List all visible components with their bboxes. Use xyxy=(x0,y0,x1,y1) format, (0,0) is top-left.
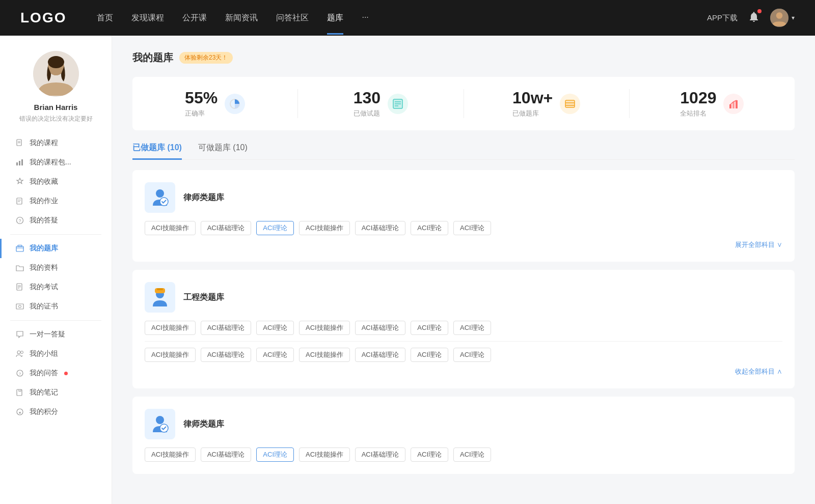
sidebar-item-favorites[interactable]: 我的收藏 xyxy=(0,172,112,191)
lawyer-icon-wrap xyxy=(145,182,175,213)
svg-rect-9 xyxy=(16,162,18,165)
nav-news[interactable]: 新闻资讯 xyxy=(225,13,258,23)
bank-card-lawyer-2: 律师类题库 ACI技能操作 ACI基础理论 ACI理论 ACI技能操作 ACI基… xyxy=(132,397,795,474)
main-content: 我的题库 体验剩余23天！ 55% 正确率 xyxy=(112,36,815,504)
sidebar-item-points[interactable]: ★ 我的积分 xyxy=(0,402,112,422)
bank-tag[interactable]: ACI技能操作 xyxy=(299,321,350,335)
nav-opencourse[interactable]: 公开课 xyxy=(182,13,207,23)
svg-point-46 xyxy=(156,189,164,198)
nav-more[interactable]: ··· xyxy=(362,13,368,23)
bank-tag[interactable]: ACI基础理论 xyxy=(355,321,406,335)
svg-rect-45 xyxy=(736,100,738,108)
bank-tag[interactable]: ACI理论 xyxy=(453,321,491,335)
bank-tag[interactable]: ACI基础理论 xyxy=(201,447,252,462)
sidebar-item-homework[interactable]: 我的作业 xyxy=(0,191,112,211)
bank-tag[interactable]: ACI理论 xyxy=(411,321,448,335)
bank-tag-active[interactable]: ACI理论 xyxy=(256,221,294,235)
bank-tag[interactable]: ACI基础理论 xyxy=(201,221,252,235)
bank-tag[interactable]: ACI技能操作 xyxy=(299,221,350,235)
bank-tag[interactable]: ACI理论 xyxy=(411,348,448,362)
bank-tag-active[interactable]: ACI理论 xyxy=(256,447,294,462)
done-banks-label: 已做题库 xyxy=(512,109,553,118)
bank-card-divider xyxy=(145,341,782,342)
bank-tag[interactable]: ACI理论 xyxy=(411,447,448,462)
bank-tag[interactable]: ACI技能操作 xyxy=(145,221,196,235)
note-icon xyxy=(15,388,24,397)
nav-discover[interactable]: 发现课程 xyxy=(131,13,164,23)
bank-tag[interactable]: ACI技能操作 xyxy=(145,447,196,462)
svg-rect-10 xyxy=(19,161,20,165)
group-icon xyxy=(15,349,24,358)
bank-tag[interactable]: ACI基础理论 xyxy=(355,447,406,462)
svg-rect-39 xyxy=(565,100,575,107)
stat-accuracy: 55% 正确率 xyxy=(132,89,298,118)
bank-tag[interactable]: ACI理论 xyxy=(453,447,491,462)
nav-qa[interactable]: 问答社区 xyxy=(276,13,309,23)
bank-tag[interactable]: ACI理论 xyxy=(256,348,294,362)
bank-tag[interactable]: ACI基础理论 xyxy=(201,348,252,362)
svg-rect-17 xyxy=(16,246,23,251)
user-avatar-menu[interactable]: ▾ xyxy=(770,9,795,27)
sidebar-item-mycourse[interactable]: 我的课程 xyxy=(0,133,112,153)
pie-chart-icon xyxy=(229,98,240,109)
bank-tags-2-row2: ACI技能操作 ACI基础理论 ACI理论 ACI技能操作 ACI基础理论 AC… xyxy=(145,348,782,362)
sidebar-item-materials[interactable]: 我的资料 xyxy=(0,258,112,277)
nav-home[interactable]: 首页 xyxy=(97,13,113,23)
done-banks-icon xyxy=(560,94,580,114)
sidebar-item-qna[interactable]: ? 我的答疑 xyxy=(0,211,112,230)
bank-tag[interactable]: ACI技能操作 xyxy=(299,348,350,362)
tab-available-banks[interactable]: 可做题库 (10) xyxy=(198,143,248,159)
svg-rect-19 xyxy=(18,245,22,247)
bank-tag[interactable]: ACI基础理论 xyxy=(201,321,252,335)
sidebar-item-certificate[interactable]: 我的证书 xyxy=(0,297,112,316)
sidebar-item-questionbank[interactable]: 我的题库 xyxy=(0,239,112,258)
svg-rect-11 xyxy=(21,159,23,165)
app-download-button[interactable]: APP下载 xyxy=(707,13,738,23)
done-questions-label: 已做试题 xyxy=(354,109,381,118)
qa-notification-dot xyxy=(64,372,68,375)
notification-bell[interactable] xyxy=(748,11,760,25)
bank-tag[interactable]: ACI技能操作 xyxy=(145,321,196,335)
sidebar-item-1on1[interactable]: 一对一答疑 xyxy=(0,325,112,344)
lawyer-icon xyxy=(149,186,171,209)
bank-tag[interactable]: ACI理论 xyxy=(453,348,491,362)
trial-badge: 体验剩余23天！ xyxy=(179,52,233,64)
tab-done-banks[interactable]: 已做题库 (10) xyxy=(132,143,182,159)
page-title: 我的题库 xyxy=(132,51,173,65)
stat-done-banks: 10w+ 已做题库 xyxy=(464,89,630,118)
bank-card-lawyer-1: 律师类题库 ACI技能操作 ACI基础理论 ACI理论 ACI技能操作 ACI基… xyxy=(132,170,795,262)
bank-tag[interactable]: ACI理论 xyxy=(256,321,294,335)
sidebar: Brian Harris 错误的决定比没有决定要好 我的课程 我的课程包... … xyxy=(0,36,112,504)
nav-questionbank[interactable]: 题库 xyxy=(327,13,343,23)
sidebar-item-exam[interactable]: 我的考试 xyxy=(0,277,112,297)
bank-tag[interactable]: ACI技能操作 xyxy=(145,348,196,362)
bank-title-lawyer-1: 律师类题库 xyxy=(183,192,224,203)
expand-label-2[interactable]: 收起全部科目 ∧ xyxy=(145,367,782,376)
stats-bar: 55% 正确率 130 已做试题 xyxy=(132,77,795,130)
expand-label-1[interactable]: 展开全部科目 ∨ xyxy=(145,240,782,249)
bank-tag[interactable]: ACI理论 xyxy=(411,221,448,235)
notification-badge xyxy=(757,9,762,13)
page-header: 我的题库 体验剩余23天！ xyxy=(132,51,795,65)
bank-tag[interactable]: ACI技能操作 xyxy=(299,447,350,462)
file-icon xyxy=(15,138,24,148)
lawyer-icon-2 xyxy=(149,413,171,435)
bank-tag[interactable]: ACI基础理论 xyxy=(355,348,406,362)
stat-ranking: 1029 全站排名 xyxy=(630,89,795,118)
svg-text:★: ★ xyxy=(18,411,21,414)
avatar-image xyxy=(770,9,789,27)
svg-rect-12 xyxy=(17,198,22,204)
menu-divider-2 xyxy=(10,320,101,321)
lawyer-icon-wrap-2 xyxy=(145,409,175,439)
page-wrapper: Brian Harris 错误的决定比没有决定要好 我的课程 我的课程包... … xyxy=(0,36,815,504)
sidebar-item-coursepack[interactable]: 我的课程包... xyxy=(0,153,112,172)
bank-tag[interactable]: ACI基础理论 xyxy=(355,221,406,235)
sidebar-item-myqa[interactable]: ? 我的问答 xyxy=(0,363,112,383)
sidebar-avatar-image xyxy=(33,51,79,97)
sidebar-item-group[interactable]: 我的小组 xyxy=(0,344,112,363)
bank-tags-3: ACI技能操作 ACI基础理论 ACI理论 ACI技能操作 ACI基础理论 AC… xyxy=(145,447,782,462)
bank-card-header-3: 律师类题库 xyxy=(145,409,782,439)
sidebar-item-notes[interactable]: 我的笔记 xyxy=(0,383,112,402)
bank-tag[interactable]: ACI理论 xyxy=(453,221,491,235)
cert-icon xyxy=(15,302,24,311)
